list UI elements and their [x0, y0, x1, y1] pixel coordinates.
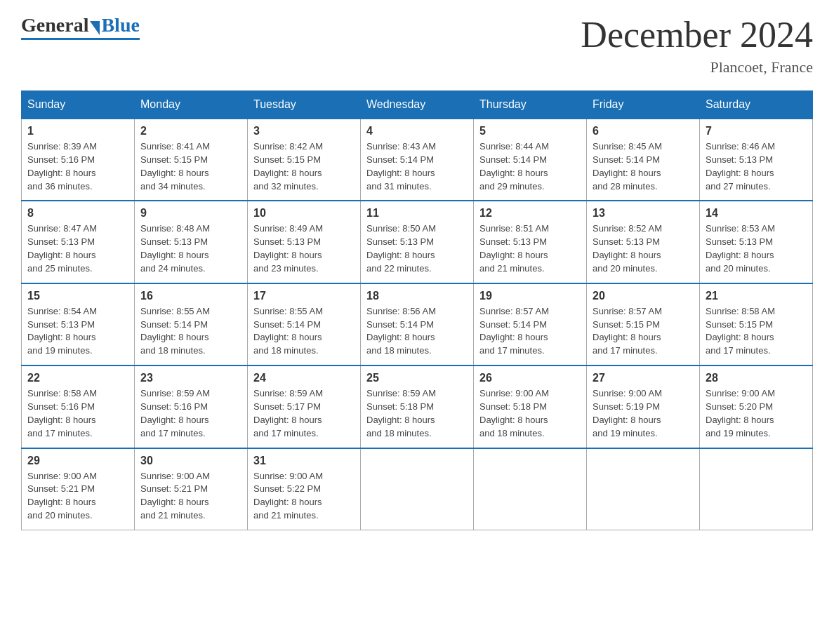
header-thursday: Thursday — [474, 91, 587, 119]
day-number: 5 — [479, 125, 581, 137]
calendar-cell: 11Sunrise: 8:50 AMSunset: 5:13 PMDayligh… — [361, 201, 474, 283]
day-info: Sunrise: 8:39 AMSunset: 5:16 PMDaylight:… — [27, 140, 128, 193]
day-info: Sunrise: 8:49 AMSunset: 5:13 PMDaylight:… — [253, 222, 355, 275]
calendar-cell — [361, 448, 474, 530]
header-wednesday: Wednesday — [361, 91, 474, 119]
calendar-cell: 12Sunrise: 8:51 AMSunset: 5:13 PMDayligh… — [474, 201, 587, 283]
calendar-cell: 9Sunrise: 8:48 AMSunset: 5:13 PMDaylight… — [135, 201, 248, 283]
calendar-cell: 1Sunrise: 8:39 AMSunset: 5:16 PMDaylight… — [22, 119, 135, 201]
calendar-cell: 18Sunrise: 8:56 AMSunset: 5:14 PMDayligh… — [361, 283, 474, 365]
calendar-cell: 14Sunrise: 8:53 AMSunset: 5:13 PMDayligh… — [700, 201, 813, 283]
calendar-cell: 23Sunrise: 8:59 AMSunset: 5:16 PMDayligh… — [135, 365, 248, 448]
header-sunday: Sunday — [22, 91, 135, 119]
logo-general-text: General — [21, 14, 88, 36]
day-number: 8 — [27, 207, 128, 220]
calendar-cell: 3Sunrise: 8:42 AMSunset: 5:15 PMDaylight… — [248, 119, 361, 201]
calendar-cell: 17Sunrise: 8:55 AMSunset: 5:14 PMDayligh… — [248, 283, 361, 365]
logo-triangle-icon — [90, 21, 100, 35]
calendar-cell: 4Sunrise: 8:43 AMSunset: 5:14 PMDaylight… — [361, 119, 474, 201]
week-row-1: 1Sunrise: 8:39 AMSunset: 5:16 PMDaylight… — [22, 119, 813, 201]
days-header-row: Sunday Monday Tuesday Wednesday Thursday… — [22, 91, 813, 119]
calendar-cell: 8Sunrise: 8:47 AMSunset: 5:13 PMDaylight… — [22, 201, 135, 283]
calendar-cell — [587, 448, 700, 530]
day-number: 1 — [27, 125, 128, 137]
calendar-cell — [474, 448, 587, 530]
day-info: Sunrise: 8:44 AMSunset: 5:14 PMDaylight:… — [479, 140, 581, 193]
header-tuesday: Tuesday — [248, 91, 361, 119]
day-info: Sunrise: 9:00 AMSunset: 5:21 PMDaylight:… — [140, 470, 241, 523]
day-info: Sunrise: 8:55 AMSunset: 5:14 PMDaylight:… — [140, 305, 241, 358]
calendar-cell: 7Sunrise: 8:46 AMSunset: 5:13 PMDaylight… — [700, 119, 813, 201]
day-number: 16 — [140, 290, 241, 302]
calendar-cell: 21Sunrise: 8:58 AMSunset: 5:15 PMDayligh… — [700, 283, 813, 365]
header-monday: Monday — [135, 91, 248, 119]
day-number: 28 — [706, 372, 807, 384]
day-number: 17 — [253, 290, 355, 302]
calendar-cell: 28Sunrise: 9:00 AMSunset: 5:20 PMDayligh… — [700, 365, 813, 448]
calendar-cell: 16Sunrise: 8:55 AMSunset: 5:14 PMDayligh… — [135, 283, 248, 365]
day-number: 29 — [27, 455, 128, 467]
calendar-cell: 5Sunrise: 8:44 AMSunset: 5:14 PMDaylight… — [474, 119, 587, 201]
day-info: Sunrise: 8:55 AMSunset: 5:14 PMDaylight:… — [253, 305, 355, 358]
week-row-4: 22Sunrise: 8:58 AMSunset: 5:16 PMDayligh… — [22, 365, 813, 448]
day-info: Sunrise: 8:51 AMSunset: 5:13 PMDaylight:… — [479, 222, 581, 275]
day-info: Sunrise: 8:56 AMSunset: 5:14 PMDaylight:… — [366, 305, 468, 358]
day-number: 15 — [27, 290, 128, 302]
day-number: 24 — [253, 372, 355, 384]
logo-blue-text: Blue — [101, 14, 139, 36]
day-number: 18 — [366, 290, 468, 302]
calendar-cell: 20Sunrise: 8:57 AMSunset: 5:15 PMDayligh… — [587, 283, 700, 365]
calendar-cell: 19Sunrise: 8:57 AMSunset: 5:14 PMDayligh… — [474, 283, 587, 365]
day-info: Sunrise: 8:48 AMSunset: 5:13 PMDaylight:… — [140, 222, 241, 275]
day-number: 13 — [593, 207, 694, 220]
week-row-3: 15Sunrise: 8:54 AMSunset: 5:13 PMDayligh… — [22, 283, 813, 365]
day-info: Sunrise: 8:59 AMSunset: 5:18 PMDaylight:… — [366, 387, 468, 440]
day-number: 11 — [366, 207, 468, 220]
page-header: General Blue December 2024 Plancoet, Fra… — [21, 14, 813, 76]
day-info: Sunrise: 9:00 AMSunset: 5:22 PMDaylight:… — [253, 470, 355, 523]
day-info: Sunrise: 9:00 AMSunset: 5:19 PMDaylight:… — [593, 387, 694, 440]
calendar-table: Sunday Monday Tuesday Wednesday Thursday… — [21, 90, 813, 530]
month-title: December 2024 — [581, 14, 813, 55]
day-info: Sunrise: 8:57 AMSunset: 5:15 PMDaylight:… — [593, 305, 694, 358]
calendar-cell: 2Sunrise: 8:41 AMSunset: 5:15 PMDaylight… — [135, 119, 248, 201]
header-friday: Friday — [587, 91, 700, 119]
day-info: Sunrise: 8:58 AMSunset: 5:15 PMDaylight:… — [706, 305, 807, 358]
day-number: 20 — [593, 290, 694, 302]
week-row-2: 8Sunrise: 8:47 AMSunset: 5:13 PMDaylight… — [22, 201, 813, 283]
calendar-cell: 13Sunrise: 8:52 AMSunset: 5:13 PMDayligh… — [587, 201, 700, 283]
day-number: 10 — [253, 207, 355, 220]
calendar-cell: 27Sunrise: 9:00 AMSunset: 5:19 PMDayligh… — [587, 365, 700, 448]
calendar-cell: 24Sunrise: 8:59 AMSunset: 5:17 PMDayligh… — [248, 365, 361, 448]
day-info: Sunrise: 8:59 AMSunset: 5:17 PMDaylight:… — [253, 387, 355, 440]
day-number: 26 — [479, 372, 581, 384]
calendar-cell: 10Sunrise: 8:49 AMSunset: 5:13 PMDayligh… — [248, 201, 361, 283]
calendar-cell — [700, 448, 813, 530]
day-info: Sunrise: 8:50 AMSunset: 5:13 PMDaylight:… — [366, 222, 468, 275]
calendar-cell: 26Sunrise: 9:00 AMSunset: 5:18 PMDayligh… — [474, 365, 587, 448]
day-info: Sunrise: 9:00 AMSunset: 5:21 PMDaylight:… — [27, 470, 128, 523]
day-info: Sunrise: 8:57 AMSunset: 5:14 PMDaylight:… — [479, 305, 581, 358]
day-number: 19 — [479, 290, 581, 302]
day-number: 3 — [253, 125, 355, 137]
title-section: December 2024 Plancoet, France — [581, 14, 813, 76]
calendar-cell: 15Sunrise: 8:54 AMSunset: 5:13 PMDayligh… — [22, 283, 135, 365]
logo-underline — [21, 38, 140, 40]
day-number: 23 — [140, 372, 241, 384]
day-info: Sunrise: 8:52 AMSunset: 5:13 PMDaylight:… — [593, 222, 694, 275]
calendar-cell: 30Sunrise: 9:00 AMSunset: 5:21 PMDayligh… — [135, 448, 248, 530]
day-number: 22 — [27, 372, 128, 384]
day-number: 6 — [593, 125, 694, 137]
day-info: Sunrise: 9:00 AMSunset: 5:18 PMDaylight:… — [479, 387, 581, 440]
logo: General Blue — [21, 14, 140, 40]
day-number: 12 — [479, 207, 581, 220]
calendar-cell: 22Sunrise: 8:58 AMSunset: 5:16 PMDayligh… — [22, 365, 135, 448]
day-number: 31 — [253, 455, 355, 467]
day-number: 30 — [140, 455, 241, 467]
day-number: 27 — [593, 372, 694, 384]
calendar-cell: 6Sunrise: 8:45 AMSunset: 5:14 PMDaylight… — [587, 119, 700, 201]
day-number: 4 — [366, 125, 468, 137]
day-info: Sunrise: 8:43 AMSunset: 5:14 PMDaylight:… — [366, 140, 468, 193]
week-row-5: 29Sunrise: 9:00 AMSunset: 5:21 PMDayligh… — [22, 448, 813, 530]
day-info: Sunrise: 8:58 AMSunset: 5:16 PMDaylight:… — [27, 387, 128, 440]
